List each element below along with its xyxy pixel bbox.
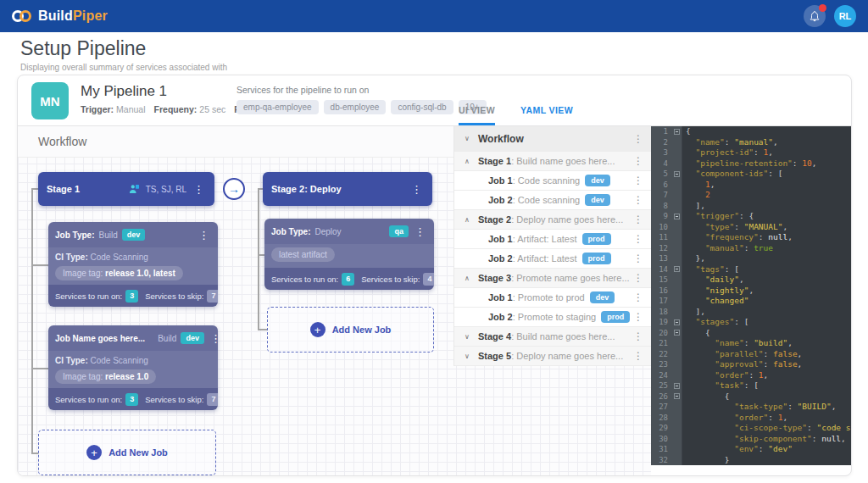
job-build-menu-button[interactable]: ⋮ <box>197 230 211 241</box>
row-menu-button[interactable]: ⋮ <box>631 311 646 323</box>
fold-gutter <box>671 243 682 254</box>
tree-job-row[interactable]: Job 2: Artifact: Latestprod⋮ <box>454 249 651 269</box>
stage-flow-arrow-button[interactable]: → <box>223 178 245 200</box>
tree-job-row[interactable]: Job 1: Artifact: Latestprod⋮ <box>454 230 651 249</box>
line-number: 5 <box>651 169 671 180</box>
fold-marker-icon[interactable] <box>674 330 680 336</box>
tree-job-row[interactable]: Job 1: Code scanningdev⋮ <box>454 171 651 191</box>
fold-gutter <box>671 211 682 222</box>
workflow-title: Workflow <box>18 135 86 148</box>
chevron-up-icon[interactable]: ∧ <box>465 216 478 224</box>
fold-marker-icon[interactable] <box>674 214 680 219</box>
chevron-down-icon[interactable]: ∨ <box>465 333 478 341</box>
tree-stage-desc: : Deploy name goes here... <box>511 351 623 361</box>
fold-gutter <box>671 222 682 233</box>
row-menu-button[interactable]: ⋮ <box>631 133 646 145</box>
tree-stage-row[interactable]: ∨Stage 4: Build name goes here...⋮ <box>454 327 651 347</box>
row-menu-button[interactable]: ⋮ <box>631 233 646 245</box>
editor-line: 25 "task": [ <box>651 380 852 391</box>
tree-job-row[interactable]: Job 2: Promote to stagingprod⋮ <box>454 308 651 327</box>
row-menu-button[interactable]: ⋮ <box>631 272 646 284</box>
fold-marker-icon[interactable] <box>674 319 680 325</box>
row-menu-button[interactable]: ⋮ <box>631 350 646 362</box>
tree-job-name: Job 2 <box>488 253 513 264</box>
stage-2-card[interactable]: Stage 2: Deploy ⋮ <box>263 172 432 206</box>
code-text: "nightly", <box>682 286 754 297</box>
row-menu-button[interactable]: ⋮ <box>631 175 646 186</box>
tree-stage-name: Stage 1 <box>478 156 511 166</box>
tree-job-desc: : Artifact: Latest <box>513 253 577 264</box>
row-menu-button[interactable]: ⋮ <box>631 194 646 206</box>
row-menu-button[interactable]: ⋮ <box>631 155 646 167</box>
add-new-job-button[interactable]: + Add New Job <box>267 307 434 353</box>
code-text: "tags": [ <box>682 264 739 275</box>
job-named-menu-button[interactable]: ⋮ <box>209 333 218 344</box>
stage-2-menu-button[interactable]: ⋮ <box>409 184 424 195</box>
ci-type-value: Code Scanning <box>91 356 148 365</box>
stage-1-approvers: TS, SJ, RL <box>146 185 186 194</box>
code-text: "parallel": false, <box>682 349 802 360</box>
tab-yaml-view[interactable]: YAML VIEW <box>520 105 573 125</box>
pipeline-card: MN My Pipeline 1 Trigger:ManualFrequeny:… <box>17 75 852 476</box>
fold-marker-icon[interactable] <box>674 266 680 272</box>
chevron-up-icon[interactable]: ∧ <box>465 275 478 282</box>
tree-stage-row[interactable]: ∨Stage 5: Deploy name goes here...⋮ <box>454 347 651 366</box>
user-avatar[interactable]: RL <box>834 5 856 27</box>
tab-ui-view[interactable]: UI VIEW <box>459 105 495 125</box>
line-number: 4 <box>651 158 671 169</box>
code-text: "env": "dev" <box>682 444 793 455</box>
fold-gutter <box>671 180 682 191</box>
fold-gutter <box>671 253 682 264</box>
line-number: 30 <box>651 434 671 445</box>
tree-job-row[interactable]: Job 2: Code scanningdev⋮ <box>454 191 651 210</box>
notifications-button[interactable] <box>804 5 826 27</box>
connector-line <box>31 264 49 266</box>
fold-gutter <box>671 317 682 328</box>
fold-gutter <box>671 201 682 212</box>
row-menu-button[interactable]: ⋮ <box>631 253 646 264</box>
chevron-down-icon[interactable]: ∨ <box>465 135 478 142</box>
stage-2-title: Stage 2: Deploy <box>271 184 342 194</box>
bell-icon <box>809 10 821 22</box>
fold-gutter <box>671 232 682 243</box>
stage-1-menu-button[interactable]: ⋮ <box>192 184 206 195</box>
code-text: } <box>682 455 730 466</box>
line-number: 6 <box>651 180 671 191</box>
editor-line: 8 ], <box>651 201 852 212</box>
env-badge: dev <box>585 175 610 186</box>
tree-job-desc: : Promote to prod <box>513 292 585 303</box>
yaml-code-editor[interactable]: 1{2 "name": "manual",3 "project-id": 1,4… <box>651 126 852 465</box>
fold-marker-icon[interactable] <box>674 129 680 135</box>
row-menu-button[interactable]: ⋮ <box>631 330 646 342</box>
job-card-build[interactable]: Job Type: Build dev ⋮ CI Type: Code Scan… <box>48 222 218 307</box>
tree-stage-name: Stage 4 <box>478 331 511 341</box>
stage-1-card[interactable]: Stage 1 TS, SJ, RL ⋮ <box>38 172 214 206</box>
env-badge: prod <box>582 233 611 245</box>
job-card-deploy[interactable]: Job Type: Deploy qa ⋮ latest artifact Se… <box>264 219 434 290</box>
tree-job-row[interactable]: Job 1: Promote to proddev⋮ <box>454 288 651 308</box>
line-number: 16 <box>651 286 671 297</box>
job-card-named[interactable]: Job Name goes here... Build dev ⋮ CI Typ… <box>48 325 218 410</box>
job-deploy-menu-button[interactable]: ⋮ <box>413 226 427 237</box>
tree-stage-row[interactable]: ∧Stage 3: Promote name goes here...⋮ <box>454 269 651 288</box>
tree-stage-row[interactable]: ∧Stage 1: Build name goes here...⋮ <box>454 152 651 171</box>
tree-stage-row[interactable]: ∧Stage 2: Deploy name goes here...⋮ <box>454 210 651 230</box>
fold-marker-icon[interactable] <box>674 383 680 389</box>
add-new-job-button[interactable]: + Add New Job <box>38 430 216 475</box>
service-chip: emp-qa-employee <box>236 100 319 114</box>
buildpiper-logo[interactable]: BuildPiper <box>12 8 108 24</box>
row-menu-button[interactable]: ⋮ <box>631 291 646 303</box>
editor-line: 4 "pipeline-retention": 10, <box>651 158 852 169</box>
tree-job-desc: : Promote to staging <box>513 312 596 322</box>
tree-header-row[interactable]: ∨Workflow⋮ <box>454 126 651 152</box>
tree-job-name: Job 1 <box>488 292 513 303</box>
line-number: 2 <box>651 137 671 148</box>
fold-marker-icon[interactable] <box>674 393 680 399</box>
row-menu-button[interactable]: ⋮ <box>631 214 646 225</box>
chevron-up-icon[interactable]: ∧ <box>465 158 478 165</box>
fold-marker-icon[interactable] <box>674 171 680 177</box>
workflow-band: Workflow <box>18 126 453 158</box>
editor-line: 20 { <box>651 328 852 339</box>
chevron-down-icon[interactable]: ∨ <box>465 353 478 360</box>
editor-line: 26 { <box>651 391 852 402</box>
